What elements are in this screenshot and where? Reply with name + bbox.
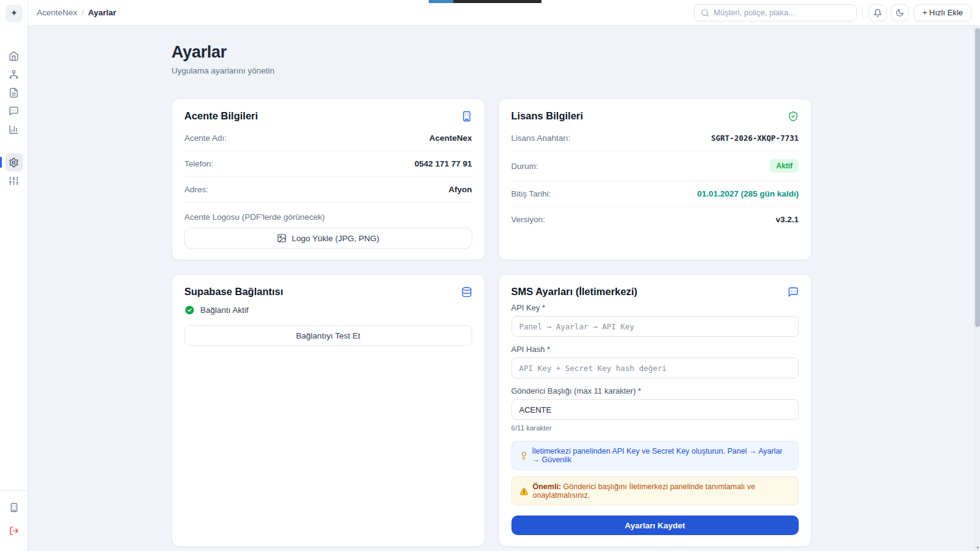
license-key-row: Lisans Anahtarı: SGRT-2026-XKQP-7731: [511, 126, 799, 151]
warning-note: Önemli: Gönderici başlığını İletimerkezi…: [511, 476, 799, 506]
sliders-icon: [9, 176, 19, 186]
agency-phone-row: Telefon: 0542 171 77 91: [184, 151, 472, 177]
license-version-value: v3.2.1: [775, 215, 799, 224]
agency-info-card: Acente Bilgileri Acente Adı: AcenteNex T…: [172, 99, 485, 260]
agency-name-row: Acente Adı: AcenteNex: [184, 126, 472, 151]
license-version-label: Versiyon:: [511, 215, 546, 224]
agency-logo-label: Acente Logosu (PDF'lerde görünecek): [184, 212, 472, 222]
search-icon: [701, 9, 709, 17]
agency-address-value: Afyon: [448, 185, 472, 194]
license-expiry-label: Bitiş Tarihi:: [511, 189, 551, 198]
building-icon: [9, 503, 19, 512]
sender-title-label: Gönderici Başlığı (max 11 karakter) *: [511, 386, 799, 395]
sidebar-divider: [0, 490, 28, 491]
breadcrumb-page: Ayarlar: [88, 8, 116, 17]
sidebar-nav: [5, 47, 23, 190]
building-icon: [461, 111, 472, 122]
sidebar-item-customers[interactable]: [5, 65, 23, 83]
breadcrumb-app[interactable]: AcenteNex: [37, 8, 77, 17]
sidebar-item-messages[interactable]: [5, 102, 23, 120]
api-key-label: API Key *: [511, 303, 799, 312]
active-indicator: [0, 157, 2, 168]
agency-name-label: Acente Adı:: [184, 133, 227, 143]
sidebar-item-logout[interactable]: [5, 522, 23, 540]
sidebar-item-agency[interactable]: [5, 498, 23, 517]
database-icon: [461, 287, 472, 298]
agency-card-title: Acente Bilgileri: [184, 110, 258, 122]
chat-icon: [9, 106, 19, 116]
bell-icon: [873, 9, 882, 17]
gear-icon: [9, 157, 19, 168]
top-bar: AcenteNex / Ayarlar + Hızlı Ekle: [28, 0, 980, 26]
license-key-label: Lisans Anahtarı:: [511, 133, 571, 143]
global-search[interactable]: [694, 4, 857, 21]
main-content: Ayarlar Uygulama ayarlarını yönetin Acen…: [28, 26, 980, 551]
quick-add-button[interactable]: + Hızlı Ekle: [914, 4, 971, 21]
status-badge: Aktif: [770, 159, 799, 173]
license-card-title: Lisans Bilgileri: [511, 110, 583, 122]
page-scrollbar[interactable]: ▾: [974, 26, 980, 551]
moon-icon: [895, 9, 904, 17]
image-icon: [277, 233, 287, 243]
license-status-label: Durum:: [511, 162, 538, 171]
warning-bold: Önemli:: [533, 482, 562, 491]
users-icon: [9, 69, 19, 80]
app-logo[interactable]: [6, 5, 23, 22]
api-key-input[interactable]: [511, 316, 799, 337]
window-artifact-bar: [453, 0, 541, 3]
license-key-value: SGRT-2026-XKQP-7731: [711, 133, 799, 143]
search-input[interactable]: [714, 8, 850, 17]
bar-chart-icon: [9, 124, 19, 135]
api-hash-input[interactable]: [511, 358, 799, 378]
topbar-divider: [862, 7, 863, 19]
save-settings-button[interactable]: Ayarları Kaydet: [511, 515, 799, 535]
supabase-card: Supabase Bağlantısı Bağlantı Aktif Bağla…: [172, 274, 485, 547]
scrollbar-down-arrow[interactable]: ▾: [974, 545, 980, 550]
shield-check-icon: [788, 111, 799, 122]
connection-status: Bağlantı Aktif: [184, 305, 472, 315]
document-icon: [9, 88, 19, 98]
notifications-button[interactable]: [869, 4, 887, 21]
license-expiry-row: Bitiş Tarihi: 01.01.2027 (285 gün kaldı): [511, 181, 799, 207]
sidebar-item-policies[interactable]: [5, 83, 23, 102]
sms-settings-card: SMS Ayarları (İletimerkezi) API Key * AP…: [499, 274, 812, 547]
agency-phone-value: 0542 171 77 91: [415, 159, 472, 168]
license-status-row: Durum: Aktif: [511, 151, 799, 181]
breadcrumb: AcenteNex / Ayarlar: [37, 8, 116, 17]
scrollbar-thumb[interactable]: [975, 28, 980, 327]
window-artifact-progress: [429, 0, 453, 3]
theme-toggle-button[interactable]: [891, 4, 909, 21]
license-info-card: Lisans Bilgileri Lisans Anahtarı: SGRT-2…: [499, 99, 812, 260]
agency-phone-label: Telefon:: [184, 159, 213, 168]
agency-name-value: AcenteNex: [429, 133, 472, 143]
info-note-text: İletimerkezi panelinden API Key ve Secre…: [532, 447, 791, 464]
sidebar-item-reports[interactable]: [5, 120, 23, 138]
logo-upload-label: Logo Yükle (JPG, PNG): [292, 234, 379, 243]
page-subtitle: Uygulama ayarlarını yönetin: [172, 66, 812, 75]
license-expiry-value: 01.01.2027 (285 gün kaldı): [697, 189, 799, 198]
agency-address-row: Adres: Afyon: [184, 177, 472, 203]
sidebar: [0, 0, 28, 551]
logo-upload-button[interactable]: Logo Yükle (JPG, PNG): [184, 228, 472, 249]
sidebar-bottom: [5, 498, 23, 551]
sms-card-title: SMS Ayarları (İletimerkezi): [511, 286, 638, 298]
lightbulb-icon: [519, 451, 528, 460]
test-connection-button[interactable]: Bağlantıyı Test Et: [184, 325, 472, 346]
api-hash-label: API Hash *: [511, 345, 799, 354]
sidebar-item-settings[interactable]: [5, 153, 23, 171]
info-note: İletimerkezi panelinden API Key ve Secre…: [511, 441, 799, 470]
license-version-row: Versiyon: v3.2.1: [511, 207, 799, 232]
warning-note-text: Önemli: Gönderici başlığını İletimerkezi…: [533, 482, 791, 500]
home-icon: [9, 51, 19, 61]
supabase-card-title: Supabase Bağlantısı: [184, 286, 283, 298]
page-title: Ayarlar: [172, 43, 812, 62]
breadcrumb-separator: /: [81, 8, 84, 17]
char-counter: 6/11 karakter: [511, 424, 799, 432]
warning-triangle-icon: [519, 487, 529, 496]
sender-title-input[interactable]: [511, 399, 799, 420]
connection-status-text: Bağlantı Aktif: [200, 305, 249, 315]
sidebar-item-home[interactable]: [5, 47, 23, 65]
sidebar-item-preferences[interactable]: [5, 171, 23, 190]
agency-address-label: Adres:: [184, 185, 208, 194]
logout-icon: [9, 526, 19, 536]
